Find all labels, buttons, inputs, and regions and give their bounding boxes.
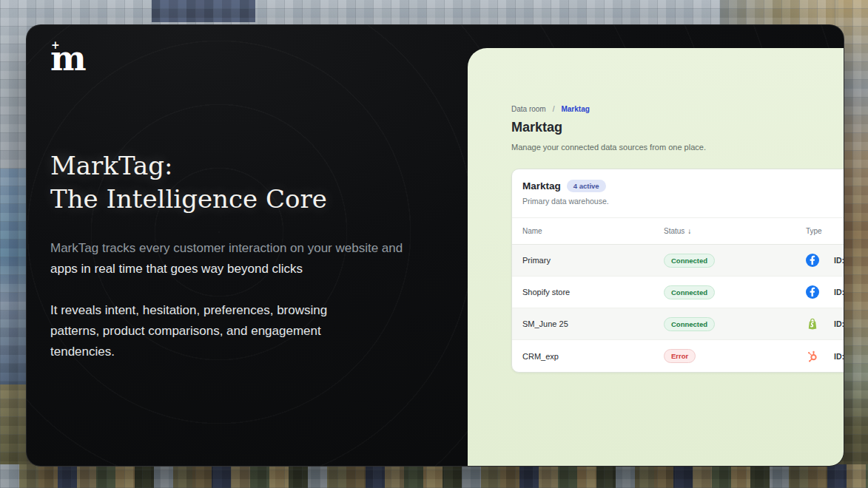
mosaic-left-bottom [0, 384, 27, 488]
column-header-status-label: Status [664, 227, 684, 235]
slide-title: MarkTag: The Intelligence Core [50, 149, 435, 216]
slide-title-line2: The Intelligence Core [50, 183, 435, 216]
sort-desc-icon: ↓ [687, 227, 691, 235]
mosaic-dark-tiles [152, 0, 255, 22]
source-id: ID: [834, 288, 844, 296]
marktag-logo: + m [50, 41, 86, 75]
page-title: Marktag [511, 120, 562, 135]
mosaic-left-photo [0, 169, 27, 384]
status-badge: Connected [664, 285, 715, 299]
card-header: Marktag 4 active Primary data warehouse. [512, 169, 844, 218]
data-sources-card: Marktag 4 active Primary data warehouse.… [511, 169, 844, 373]
app-preview-panel: Data room / Marktag Marktag Manage your … [468, 48, 844, 467]
page-subtitle: Manage your connected data sources from … [511, 143, 706, 152]
paragraph1-bright-text: apps in real time that goes way beyond c… [50, 262, 303, 276]
breadcrumb: Data room / Marktag [511, 105, 590, 113]
source-id: ID: [834, 352, 844, 361]
slide-paragraph-1: MarkTag tracks every customer interactio… [50, 238, 429, 279]
card-title: Marktag [522, 180, 561, 192]
breadcrumb-separator: / [553, 105, 555, 113]
hubspot-icon [806, 350, 819, 363]
table-row[interactable]: Primary Connected ID: [512, 245, 844, 277]
slide-paragraph-2: It reveals intent, hesitation, preferenc… [50, 300, 376, 362]
table-row[interactable]: SM_June 25 Connected ID: [512, 308, 844, 340]
status-badge: Connected [664, 254, 715, 268]
source-name: Shopify store [522, 288, 664, 296]
column-header-name[interactable]: Name [522, 227, 664, 235]
logo-plus-glyph: + [51, 39, 60, 51]
source-name: Primary [522, 256, 664, 265]
facebook-icon [806, 254, 819, 267]
source-name: SM_June 25 [522, 319, 664, 328]
source-id: ID: [834, 319, 844, 328]
status-badge: Connected [664, 317, 715, 331]
paragraph1-muted-text: MarkTag tracks every customer interactio… [50, 241, 403, 255]
card-subtitle: Primary data warehouse. [522, 197, 844, 206]
status-badge: Error [664, 349, 696, 363]
breadcrumb-current[interactable]: Marktag [561, 105, 589, 113]
table-row[interactable]: CRM_exp Error ID: [512, 340, 844, 372]
slide-title-line1: MarkTag: [50, 149, 435, 183]
facebook-icon [806, 285, 819, 299]
active-count-badge: 4 active [567, 180, 606, 192]
table-row[interactable]: Shopify store Connected ID: [512, 277, 844, 308]
table-header: Name Status ↓ Type [512, 218, 844, 245]
mosaic-bottom-strip [0, 464, 868, 488]
column-header-status[interactable]: Status ↓ [664, 227, 806, 235]
breadcrumb-root[interactable]: Data room [511, 105, 546, 113]
source-name: CRM_exp [522, 352, 664, 361]
shopify-icon [806, 317, 819, 331]
column-header-type[interactable]: Type [806, 227, 834, 235]
presentation-slide: + m MarkTag: The Intelligence Core MarkT… [26, 24, 844, 467]
source-id: ID: [834, 256, 844, 265]
